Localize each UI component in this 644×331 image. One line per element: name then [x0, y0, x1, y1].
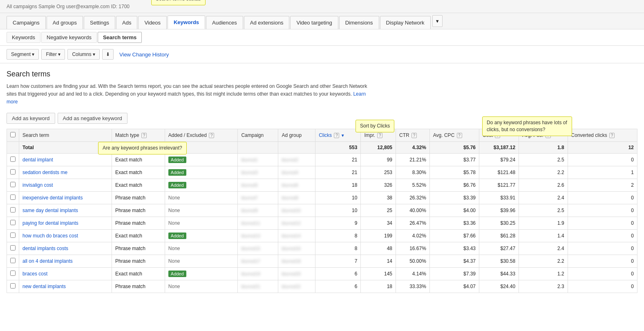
row-checkbox[interactable] — [10, 271, 16, 276]
cell-avg-pos: 1.9 — [519, 217, 568, 229]
th-avg-cpc[interactable]: Avg. CPC ? — [429, 129, 479, 141]
cell-ad-group: blurred8 — [278, 191, 315, 204]
row-checkbox[interactable] — [10, 169, 16, 174]
cell-match-type: Exact match — [112, 166, 165, 179]
row-checkbox[interactable] — [10, 245, 16, 250]
row-checkbox[interactable] — [10, 207, 16, 212]
cost-help-icon[interactable]: ? — [495, 133, 500, 138]
ctr-help-icon[interactable]: ? — [411, 133, 417, 138]
download-button[interactable]: ⬇ — [102, 49, 114, 60]
total-label: Total — [19, 141, 112, 153]
th-conv-clicks[interactable]: Converted clicks ? — [568, 129, 637, 141]
view-change-history-link[interactable]: View Change History — [119, 51, 169, 58]
cell-avg-cpc: $5.78 — [429, 166, 479, 179]
th-ctr[interactable]: CTR ? — [396, 129, 429, 141]
ad-group-blurred: blurred2 — [282, 157, 298, 162]
cell-ctr: 4.14% — [396, 267, 429, 280]
tab-adgroups[interactable]: Ad groups — [47, 16, 83, 29]
cell-avg-cpc: $3.77 — [429, 153, 479, 166]
clicks-help-icon[interactable]: ? — [334, 133, 339, 138]
cell-avg-pos: 2.6 — [519, 179, 568, 191]
tab-audiences[interactable]: Audiences — [206, 16, 243, 29]
cell-avg-cpc: $3.39 — [429, 191, 479, 204]
cell-search-term: all on 4 dental implants — [19, 255, 112, 267]
row-checkbox[interactable] — [10, 157, 16, 162]
search-terms-table: Search term Match type ? Added / Exclude… — [7, 129, 637, 293]
th-avg-pos[interactable]: Avg. Pos. ? — [519, 129, 568, 141]
tab-videos[interactable]: Videos — [138, 16, 167, 29]
row-checkbox-cell — [7, 179, 19, 191]
campaign-blurred: blurred17 — [241, 259, 260, 264]
match-type-help-icon[interactable]: ? — [141, 133, 147, 138]
tab-videotargeting[interactable]: Video targeting — [290, 16, 338, 29]
tab-settings[interactable]: Settings — [84, 16, 115, 29]
filter-button[interactable]: Filter ▾ — [41, 49, 65, 60]
added-excluded-help-icon[interactable]: ? — [209, 133, 214, 138]
row-checkbox[interactable] — [10, 258, 16, 263]
total-row: Total 553 12,805 4.32% $5.76 $3,187.12 1… — [7, 141, 637, 153]
cell-ad-group: blurred22 — [278, 280, 315, 293]
impr-help-icon[interactable]: ? — [377, 133, 382, 138]
cell-cost: $24.40 — [479, 280, 519, 293]
row-checkbox[interactable] — [10, 233, 16, 238]
add-keyword-button[interactable]: Add as keyword — [7, 113, 55, 124]
cell-campaign: blurred15 — [238, 242, 278, 255]
sub-nav: Keywords Negative keywords Search terms — [0, 29, 644, 46]
cell-conv-clicks: 0 — [568, 229, 637, 242]
cell-avg-cpc: $4.07 — [429, 280, 479, 293]
table-header-row: Search term Match type ? Added / Exclude… — [7, 129, 637, 141]
tab-displaynetwork[interactable]: Display Network — [380, 16, 431, 29]
total-ad-group — [278, 141, 315, 153]
avg-pos-help-icon[interactable]: ? — [546, 133, 551, 138]
more-tabs-button[interactable]: ▾ — [432, 15, 443, 27]
tab-dimensions[interactable]: Dimensions — [339, 16, 379, 29]
cell-campaign: blurred11 — [238, 217, 278, 229]
th-cost[interactable]: Cost ? — [479, 129, 519, 141]
subtab-negative-keywords[interactable]: Negative keywords — [41, 32, 97, 43]
cell-ad-group: blurred6 — [278, 179, 315, 191]
row-checkbox[interactable] — [10, 220, 16, 225]
cell-avg-pos: 2.5 — [519, 204, 568, 217]
cell-conv-clicks: 0 — [568, 242, 637, 255]
cell-avg-pos: 2.3 — [519, 280, 568, 293]
tab-adextensions[interactable]: Ad extensions — [244, 16, 290, 29]
columns-button[interactable]: Columns ▾ — [67, 49, 100, 60]
row-checkbox[interactable] — [10, 182, 16, 187]
cell-search-term: invisalign cost — [19, 179, 112, 191]
tab-keywords[interactable]: Keywords — [168, 16, 205, 29]
cell-avg-cpc: $4.37 — [429, 255, 479, 267]
tab-campaigns[interactable]: Campaigns — [7, 16, 46, 29]
row-checkbox[interactable] — [10, 283, 16, 289]
campaign-blurred: blurred9 — [241, 208, 257, 213]
cell-ctr: 21.21% — [396, 153, 429, 166]
cell-clicks: 21 — [315, 153, 361, 166]
tab-ads[interactable]: Ads — [116, 16, 137, 29]
add-negative-keyword-button[interactable]: Add as negative keyword — [58, 113, 127, 124]
cell-impr: 38 — [361, 191, 396, 204]
cell-conv-clicks: 0 — [568, 191, 637, 204]
subtab-keywords[interactable]: Keywords — [7, 32, 40, 43]
select-all-checkbox[interactable] — [10, 132, 16, 137]
th-impr[interactable]: Impr. ? — [361, 129, 396, 141]
clicks-sort-arrow: ▼ — [341, 133, 345, 138]
cell-cost: $30.58 — [479, 255, 519, 267]
avg-cpc-help-icon[interactable]: ? — [457, 133, 462, 138]
cell-avg-cpc: $4.00 — [429, 204, 479, 217]
row-checkbox-cell — [7, 255, 19, 267]
cell-conv-clicks: 2 — [568, 179, 637, 191]
row-checkbox[interactable] — [10, 195, 16, 200]
th-clicks[interactable]: Clicks ? ▼ — [315, 129, 361, 141]
cell-ad-group: blurred20 — [278, 267, 315, 280]
cell-impr: 99 — [361, 153, 396, 166]
subtab-search-terms[interactable]: Search terms — [98, 32, 142, 43]
top-bar-info: All campaigns Sample Org user@example.co… — [7, 4, 130, 9]
cell-avg-cpc: $7.66 — [429, 229, 479, 242]
cell-avg-pos: 2.2 — [519, 255, 568, 267]
campaign-blurred: blurred11 — [241, 221, 260, 226]
cell-search-term: same day dental implants — [19, 204, 112, 217]
row-checkbox-cell — [7, 166, 19, 179]
row-checkbox-cell — [7, 191, 19, 204]
total-cb — [7, 141, 19, 153]
conv-clicks-help-icon[interactable]: ? — [609, 133, 615, 138]
segment-button[interactable]: Segment ▾ — [7, 49, 39, 60]
